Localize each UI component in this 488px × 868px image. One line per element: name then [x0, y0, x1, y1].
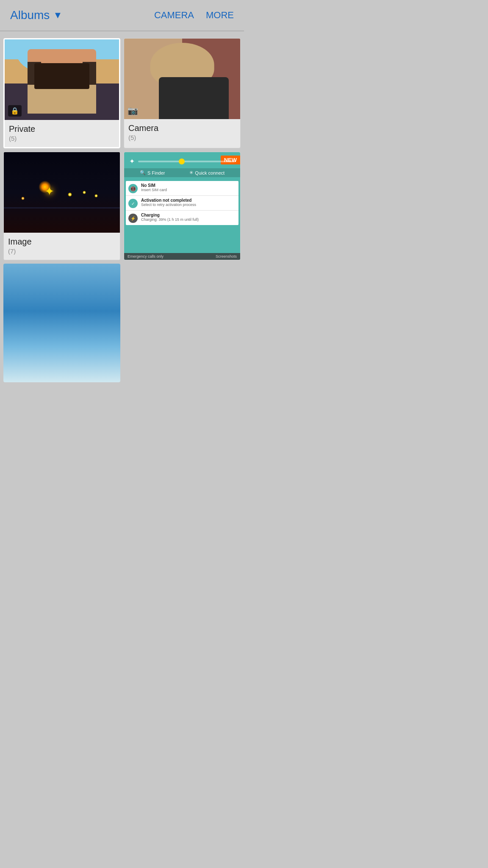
notification-list: 📵 No SIM Insert SIM card ✓ Activation no…	[126, 181, 238, 225]
more-button[interactable]: MORE	[206, 10, 234, 21]
album-name-private: Private	[9, 124, 115, 134]
album-info-private: Private (5)	[5, 120, 119, 147]
header-title: Albums	[10, 8, 50, 22]
quick-connect-label: Quick connect	[195, 170, 225, 175]
notif-activation-sub: Select to retry activation process	[141, 203, 236, 207]
album-thumb-camera: 📷	[124, 39, 240, 119]
app-header: Albums ▼ CAMERA MORE	[0, 0, 244, 31]
screenshot-footer: Emergency calls only Screenshots	[124, 253, 240, 260]
private-icon: 🔒	[8, 105, 22, 117]
album-thumb-sky	[3, 264, 120, 382]
albums-dropdown[interactable]: Albums ▼	[10, 8, 62, 22]
album-card-sky[interactable]	[3, 264, 120, 382]
activation-icon: ✓	[128, 199, 138, 208]
notif-activation: ✓ Activation not completed Select to ret…	[126, 196, 238, 211]
album-card-screenshots[interactable]: NEW ✦ 🔍 S Finder ✳ Quick connect	[124, 152, 241, 260]
album-thumb-private: 🔒	[5, 39, 119, 120]
slider-thumb	[179, 159, 185, 164]
camera-button[interactable]: CAMERA	[154, 10, 194, 21]
album-count-private: (5)	[9, 135, 115, 142]
notif-sim-title: No SIM	[141, 183, 236, 188]
brightness-icon: ✦	[129, 157, 135, 165]
quick-connect-btn: ✳ Quick connect	[189, 170, 225, 175]
notif-sim-sub: Insert SIM card	[141, 188, 236, 192]
brightness-bar: ✦	[129, 157, 235, 165]
notif-charging-sub: Charging: 39% (1 h 15 m until full)	[141, 217, 236, 222]
album-info-image: Image (7)	[4, 233, 120, 260]
album-name-camera: Camera	[128, 123, 236, 133]
dropdown-arrow-icon: ▼	[53, 10, 62, 21]
connect-icon: ✳	[189, 170, 193, 175]
album-card-private[interactable]: 🔒 Private (5)	[3, 38, 120, 148]
notif-charging-title: Charging	[141, 213, 236, 217]
album-grid: 🔒 Private (5) 📷 Camera (5)	[0, 35, 244, 386]
quick-actions: 🔍 S Finder ✳ Quick connect	[124, 168, 240, 177]
album-info-camera: Camera (5)	[124, 119, 240, 146]
notif-charging-text: Charging Charging: 39% (1 h 15 m until f…	[141, 213, 236, 222]
camera-album-icon: 📷	[128, 106, 138, 116]
album-info-screenshots: Screenshots (62)	[124, 260, 240, 260]
s-finder-label: S Finder	[147, 170, 165, 175]
charging-icon: ⚡	[128, 214, 138, 223]
notif-charging: ⚡ Charging Charging: 39% (1 h 15 m until…	[126, 211, 238, 225]
header-actions: CAMERA MORE	[154, 10, 234, 21]
album-thumb-screenshots: NEW ✦ 🔍 S Finder ✳ Quick connect	[124, 152, 240, 260]
header-divider	[0, 31, 244, 31]
notif-activation-title: Activation not completed	[141, 198, 236, 203]
brightness-slider	[138, 161, 235, 162]
footer-right: Screenshots	[216, 254, 237, 259]
notif-sim: 📵 No SIM Insert SIM card	[126, 181, 238, 196]
album-card-camera[interactable]: 📷 Camera (5)	[124, 38, 241, 148]
s-finder-btn: 🔍 S Finder	[140, 170, 165, 175]
sim-icon: 📵	[128, 184, 138, 193]
album-name-image: Image	[8, 237, 116, 247]
album-card-image[interactable]: Image (7)	[3, 152, 120, 260]
notif-sim-text: No SIM Insert SIM card	[141, 183, 236, 192]
footer-left: Emergency calls only	[128, 254, 164, 259]
notif-activation-text: Activation not completed Select to retry…	[141, 198, 236, 207]
album-thumb-image	[4, 152, 120, 233]
search-icon: 🔍	[140, 170, 146, 175]
album-count-image: (7)	[8, 248, 116, 255]
album-count-camera: (5)	[128, 134, 236, 141]
